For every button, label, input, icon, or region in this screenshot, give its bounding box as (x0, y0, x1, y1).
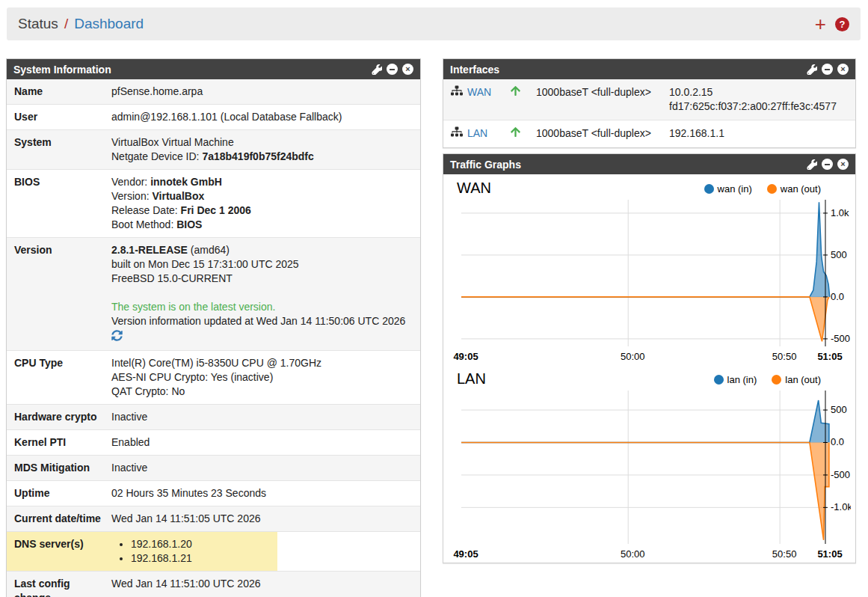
interface-link[interactable]: WAN (467, 85, 491, 100)
sysinfo-row: Uptime02 Hours 35 Minutes 23 Seconds (7, 480, 420, 506)
breadcrumb-section: Status (18, 16, 58, 32)
row-label: System (14, 135, 111, 164)
row-label: DNS server(s) (14, 537, 111, 566)
x-axis-tick-label: 51:05 (817, 351, 842, 362)
sysinfo-row: BIOSVendor: innotek GmbHVersion: Virtual… (7, 169, 420, 237)
row-label: MDS Mitigation (14, 461, 111, 475)
interface-link[interactable]: LAN (467, 126, 487, 141)
x-axis-labels: 49:0550:0050:5051:05 (448, 349, 851, 365)
graph-title: WAN (457, 180, 491, 197)
panel-title: Interfaces (450, 64, 499, 76)
row-label: Name (14, 85, 111, 99)
row-value: Enabled (111, 435, 413, 450)
system-information-header: System Information × (7, 59, 420, 79)
row-label: Version (14, 243, 111, 345)
dns-server-list: 192.168.1.20192.168.1.21 (111, 537, 413, 566)
row-value: pfSense.home.arpa (111, 85, 413, 99)
row-label: BIOS (14, 175, 111, 232)
status-up-arrow-icon (511, 126, 536, 141)
row-value: Inactive (111, 410, 413, 424)
legend-dot-icon (714, 375, 724, 385)
sysinfo-row: Current date/timeWed Jan 14 11:51:05 UTC… (7, 506, 420, 531)
row-value: Inactive (111, 461, 413, 475)
y-axis-tick-label: -500 (831, 333, 850, 344)
wrench-icon[interactable] (372, 64, 382, 75)
legend-dot-icon (767, 184, 777, 194)
x-axis-tick-label: 50:50 (772, 548, 797, 560)
legend-item: lan (out) (772, 374, 821, 385)
interface-addresses: 10.0.2.15fd17:625c:f037:2:a00:27ff:fe3c:… (669, 85, 848, 114)
x-axis-tick-label: 49:05 (453, 351, 478, 362)
sysinfo-row: NamepfSense.home.arpa (7, 79, 420, 104)
sitemap-icon (451, 126, 463, 141)
row-label: Last config change (14, 577, 111, 597)
interfaces-panel: Interfaces × WAN1000baseT <full-duplex>1… (443, 58, 856, 148)
interfaces-header: Interfaces × (443, 59, 855, 79)
interface-addresses: 192.168.1.1 (669, 126, 848, 141)
row-value: 2.8.1-RELEASE (amd64)built on Mon Dec 15… (111, 243, 413, 345)
status-up-arrow-icon (511, 85, 536, 100)
sysinfo-row: MDS MitigationInactive (7, 455, 420, 480)
row-value: Vendor: innotek GmbHVersion: VirtualBoxR… (111, 175, 413, 232)
x-axis-tick-label: 51:05 (817, 548, 842, 560)
breadcrumb-page-link[interactable]: Dashboard (74, 16, 144, 32)
x-axis-tick-label: 50:00 (621, 548, 645, 560)
legend-item: lan (in) (714, 374, 757, 385)
add-widget-button[interactable]: + (815, 14, 826, 34)
close-icon[interactable]: × (837, 159, 849, 170)
sysinfo-row: CPU TypeIntel(R) Core(TM) i5-8350U CPU @… (7, 350, 420, 404)
sysinfo-row: Kernel PTIEnabled (7, 429, 420, 455)
graph-canvas: 1.0k5000.0-500 (448, 200, 851, 346)
row-value: Intel(R) Core(TM) i5-8350U CPU @ 1.70GHz… (111, 356, 413, 399)
traffic-graphs-header: Traffic Graphs × (443, 154, 855, 174)
breadcrumb-separator: / (64, 16, 68, 32)
y-axis-tick-label: -1.0k (831, 501, 851, 512)
sitemap-icon (451, 85, 463, 100)
breadcrumb: Status / Dashboard + ? (7, 7, 861, 40)
row-value: Wed Jan 14 11:51:00 UTC 2026 (111, 577, 413, 597)
panel-title: System Information (13, 64, 111, 76)
sysinfo-row: Hardware cryptoInactive (7, 404, 420, 429)
row-value: Wed Jan 14 11:51:05 UTC 2026 (111, 512, 413, 526)
interface-speed: 1000baseT <full-duplex> (536, 126, 669, 141)
row-label: Hardware crypto (14, 410, 111, 424)
y-axis-tick-label: 0.0 (831, 436, 844, 447)
help-icon[interactable]: ? (835, 17, 849, 31)
y-axis-tick-label: 1.0k (831, 207, 849, 218)
row-value: admin@192.168.1.101 (Local Database Fall… (111, 110, 413, 124)
y-axis-tick-label: -500 (831, 469, 850, 480)
minimize-icon[interactable] (387, 64, 398, 75)
x-axis-tick-label: 50:00 (621, 351, 645, 362)
wrench-icon[interactable] (807, 64, 817, 75)
legend-dot-icon (772, 375, 781, 385)
graph-legend: wan (in)wan (out) (704, 183, 821, 195)
x-axis-labels: 49:0550:0050:5051:05 (448, 547, 851, 563)
graph-legend: lan (in)lan (out) (714, 374, 821, 385)
x-axis-tick-label: 50:50 (772, 351, 797, 362)
row-value: 02 Hours 35 Minutes 23 Seconds (111, 486, 413, 500)
refresh-icon[interactable] (111, 330, 123, 345)
interface-row: WAN1000baseT <full-duplex>10.0.2.15fd17:… (443, 79, 855, 120)
traffic-graphs-panel: Traffic Graphs × WANwan (in)wan (out)1.0… (443, 153, 856, 563)
row-label: Current date/time (14, 512, 111, 526)
row-label: Uptime (14, 486, 111, 500)
wrench-icon[interactable] (807, 159, 817, 170)
row-label: User (14, 110, 111, 124)
sysinfo-row: Version2.8.1-RELEASE (amd64)built on Mon… (7, 237, 420, 350)
close-icon[interactable]: × (402, 64, 413, 75)
x-axis-tick-label: 49:05 (453, 548, 478, 560)
traffic-graph-wan: WANwan (in)wan (out)1.0k5000.0-50049:055… (443, 174, 855, 365)
system-information-panel: System Information × NamepfSense.home.ar… (6, 58, 421, 597)
y-axis-tick-label: 500 (831, 404, 847, 415)
legend-item: wan (out) (767, 183, 821, 195)
sysinfo-row: DNS server(s)192.168.1.20192.168.1.21 (7, 531, 420, 571)
y-axis-tick-label: 500 (831, 249, 847, 260)
graph-canvas: 5000.0-500-1.0k (448, 391, 851, 544)
close-icon[interactable]: × (837, 64, 849, 75)
minimize-icon[interactable] (822, 64, 833, 75)
dns-server-item: 192.168.1.21 (131, 551, 413, 566)
legend-item: wan (in) (704, 183, 752, 195)
dns-server-item: 192.168.1.20 (131, 537, 413, 551)
minimize-icon[interactable] (822, 159, 833, 170)
legend-dot-icon (704, 184, 714, 194)
